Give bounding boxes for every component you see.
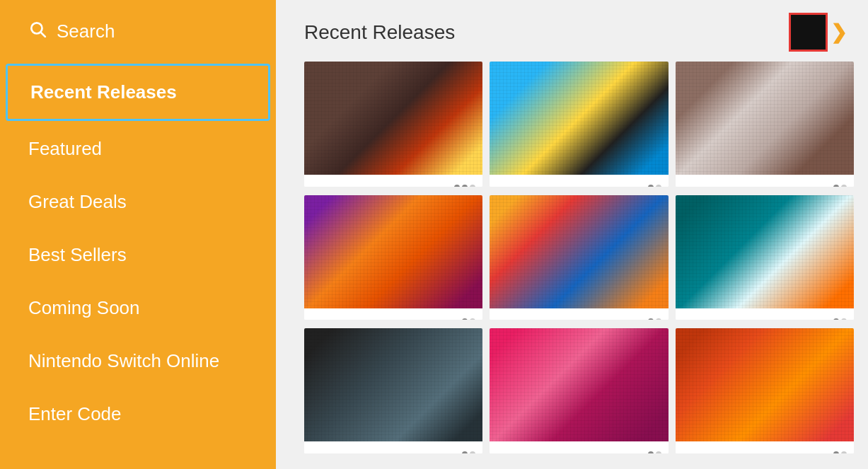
dot xyxy=(462,318,468,320)
game-info-3 xyxy=(676,175,854,187)
sidebar-item-best-sellers[interactable]: Best Sellers xyxy=(0,228,276,282)
dot xyxy=(648,318,654,320)
game-info-7 xyxy=(304,441,482,453)
game-card-9[interactable] xyxy=(676,328,854,453)
game-info-8 xyxy=(490,441,668,453)
rating-dots-2 xyxy=(648,185,661,187)
dot xyxy=(648,451,654,453)
dot xyxy=(648,185,654,187)
game-thumbnail-4 xyxy=(304,195,482,308)
top-right-area: ❯ xyxy=(789,13,847,52)
game-info-4 xyxy=(304,308,482,320)
game-card-8[interactable] xyxy=(490,328,668,453)
sidebar-item-label: Recent Releases xyxy=(30,81,177,103)
game-card-6[interactable] xyxy=(676,195,854,320)
sidebar-item-featured[interactable]: Featured xyxy=(0,122,276,175)
dot xyxy=(841,318,847,320)
main-content: Recent Releases ❯ xyxy=(276,0,868,469)
dot xyxy=(462,451,468,453)
game-thumbnail-7 xyxy=(304,328,482,441)
rating-dots-6 xyxy=(833,318,847,320)
rating-dots-9 xyxy=(833,451,847,453)
game-grid xyxy=(276,62,868,469)
dot xyxy=(470,451,475,453)
dot xyxy=(454,185,460,187)
search-icon xyxy=(28,20,47,42)
rating-dots-1 xyxy=(454,185,475,187)
avatar[interactable] xyxy=(789,13,828,52)
dot xyxy=(656,185,661,187)
page-title: Recent Releases xyxy=(304,21,455,44)
sidebar-item-nintendo-switch-online[interactable]: Nintendo Switch Online xyxy=(0,335,276,388)
dot xyxy=(462,185,468,187)
game-thumbnail-5 xyxy=(490,195,668,308)
game-info-5 xyxy=(490,308,668,320)
rating-dots-4 xyxy=(462,318,475,320)
rating-dots-8 xyxy=(648,451,661,453)
rating-dots-3 xyxy=(833,185,847,187)
game-card-1[interactable] xyxy=(304,62,482,187)
game-info-9 xyxy=(676,441,854,453)
game-info-6 xyxy=(676,308,854,320)
sidebar-item-label: Enter Code xyxy=(28,403,122,424)
sidebar-item-label: Great Deals xyxy=(28,191,127,212)
sidebar-item-recent-releases[interactable]: Recent Releases xyxy=(6,64,270,121)
search-item[interactable]: Search xyxy=(0,0,276,62)
svg-line-1 xyxy=(41,33,45,37)
dot xyxy=(841,451,847,453)
sidebar-item-label: Best Sellers xyxy=(28,244,127,265)
game-info-2 xyxy=(490,175,668,187)
game-info-1 xyxy=(304,175,482,187)
main-header: Recent Releases ❯ xyxy=(276,0,868,62)
game-card-3[interactable] xyxy=(676,62,854,187)
game-thumbnail-1 xyxy=(304,62,482,175)
dot xyxy=(833,451,839,453)
dot xyxy=(656,318,661,320)
sidebar-item-coming-soon[interactable]: Coming Soon xyxy=(0,282,276,335)
game-thumbnail-2 xyxy=(490,62,668,175)
sidebar-item-label: Coming Soon xyxy=(28,297,140,318)
dot xyxy=(833,185,839,187)
sidebar-item-enter-code[interactable]: Enter Code xyxy=(0,388,276,441)
dot xyxy=(833,318,839,320)
rating-dots-7 xyxy=(462,451,475,453)
game-card-5[interactable] xyxy=(490,195,668,320)
dot xyxy=(841,185,847,187)
game-card-4[interactable] xyxy=(304,195,482,320)
game-thumbnail-9 xyxy=(676,328,854,441)
rating-dots-5 xyxy=(648,318,661,320)
dot xyxy=(656,451,661,453)
dot xyxy=(470,185,475,187)
sidebar-nav: Recent Releases Featured Great Deals Bes… xyxy=(0,62,276,441)
sidebar-item-great-deals[interactable]: Great Deals xyxy=(0,175,276,228)
chevron-right-icon[interactable]: ❯ xyxy=(831,21,847,44)
search-label: Search xyxy=(57,21,115,42)
dot xyxy=(470,318,475,320)
game-thumbnail-3 xyxy=(676,62,854,175)
game-thumbnail-8 xyxy=(490,328,668,441)
sidebar: Search Recent Releases Featured Great De… xyxy=(0,0,276,469)
game-card-2[interactable] xyxy=(490,62,668,187)
game-card-7[interactable] xyxy=(304,328,482,453)
sidebar-item-label: Featured xyxy=(28,138,102,159)
game-thumbnail-6 xyxy=(676,195,854,308)
sidebar-item-label: Nintendo Switch Online xyxy=(28,350,219,371)
